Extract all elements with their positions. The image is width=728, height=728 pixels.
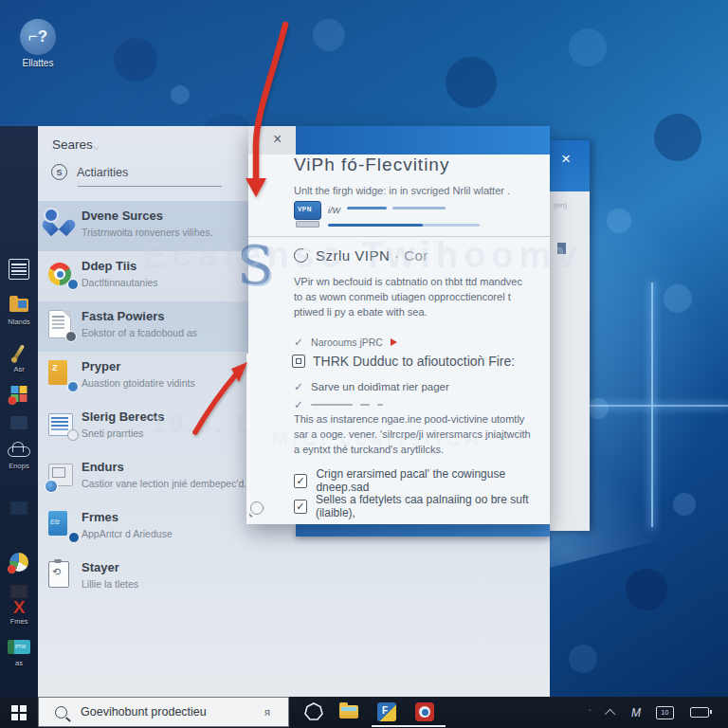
strip-label-enops: Enops xyxy=(0,462,38,470)
battery-icon[interactable] xyxy=(690,707,709,718)
strip-label-asr: Asr xyxy=(0,365,38,373)
cloud-icon[interactable] xyxy=(8,446,30,457)
badge-icon xyxy=(65,331,77,342)
activities-badge-icon: S xyxy=(51,164,67,180)
dialog-title: ViPh fó-Flecvitiny xyxy=(294,155,449,175)
activities-row[interactable]: S Actiarities xyxy=(51,164,128,180)
list-item-subtitle: Auastion gtoidatire vidints xyxy=(82,377,195,389)
vpn-dash xyxy=(347,207,387,209)
media-card-icon[interactable] xyxy=(8,640,30,654)
grid-icon[interactable] xyxy=(9,259,29,280)
blue-file-icon xyxy=(48,511,77,541)
checkbox-checked-icon[interactable]: ✓ xyxy=(294,500,307,514)
person-icon xyxy=(557,243,566,254)
bokeh-particle xyxy=(446,57,497,108)
close-icon[interactable]: × xyxy=(273,131,282,148)
window-icon xyxy=(48,461,77,491)
checkbox-row[interactable]: ✓ Selles a fdetylets caa palnaiing oo br… xyxy=(294,493,550,519)
tray-tick-icon[interactable]: ` xyxy=(589,708,592,718)
list-item[interactable]: Stayer Lillie la tletes xyxy=(38,553,550,603)
heart-icon xyxy=(48,209,77,240)
browser-circle-icon[interactable] xyxy=(9,553,28,572)
faint-dash xyxy=(311,404,353,406)
red-arrow-icon[interactable] xyxy=(391,338,397,346)
desktop-shortcut-ellattes[interactable]: ⌐? Ellattes xyxy=(9,19,66,68)
check-icon: ✓ xyxy=(294,398,303,411)
vpn-monitor-base-icon xyxy=(296,221,319,228)
vpn-monitor-icon: VPN xyxy=(294,201,321,220)
left-icon-strip: Nlands Asr Enops X Fmes as xyxy=(0,126,38,697)
browser-app-icon[interactable] xyxy=(415,702,436,723)
bokeh-particle xyxy=(626,569,667,610)
check-label: Sarve un doidìmat rier pager xyxy=(311,381,449,392)
background-window-bottom-bar xyxy=(296,524,550,537)
checkbox-label: Selles a fdetylets caa palnaiing oo bre … xyxy=(316,493,550,519)
start-button[interactable] xyxy=(0,697,38,728)
badge-icon xyxy=(67,381,79,392)
notification-badge xyxy=(8,565,16,573)
bokeh-particle xyxy=(171,85,190,104)
check-row-faint: ✓ xyxy=(294,398,383,411)
faint-app-icon[interactable] xyxy=(10,585,27,598)
faint-app-icon[interactable] xyxy=(10,501,27,515)
orange-file-icon xyxy=(48,360,77,391)
search-icon xyxy=(55,706,67,719)
notification-badge xyxy=(9,396,17,405)
list-item-title: Fasta Powiers xyxy=(82,309,164,323)
decorative-s-ornament: S xyxy=(237,234,273,296)
faint-dash xyxy=(360,404,370,406)
checkbox-checked-icon[interactable]: ✓ xyxy=(294,474,307,488)
section-header: Szrlu VIPN · Cor xyxy=(294,247,428,264)
document-icon xyxy=(48,310,77,340)
activities-label: Actiarities xyxy=(77,166,128,179)
list-item-title: Endurs xyxy=(82,460,124,474)
list-item-title: Ddep Tiis xyxy=(82,259,136,273)
list-item-title: Stayer xyxy=(82,560,119,574)
badge-icon xyxy=(67,429,79,441)
strip-label-as: as xyxy=(0,659,38,667)
chrome-icon xyxy=(48,260,77,290)
dialog-subhead: THRK Dudduc to afioutoctioǹ Fire: xyxy=(292,354,515,369)
dialog-subtitle: Unlt the firgh widge: in in svcriged Nrl… xyxy=(294,185,510,196)
windows-logo-icon xyxy=(11,705,27,720)
dialog-edge-highlight xyxy=(246,354,249,524)
vpn-dialog: × ViPh fó-Flecvitiny Unlt the firgh widg… xyxy=(248,126,550,524)
chevron-down-icon[interactable] xyxy=(93,143,100,150)
list-item-subtitle: Sneti prarrties xyxy=(82,428,143,439)
close-icon[interactable]: × xyxy=(561,150,571,169)
faint-app-icon[interactable] xyxy=(10,416,27,429)
taskbar: я ` M 10 xyxy=(0,697,728,728)
vpn-dash xyxy=(392,207,446,209)
vpn-progress-bar xyxy=(328,224,480,227)
desktop-shortcut-label: Ellattes xyxy=(9,58,66,68)
strip-label-fmes: Fmes xyxy=(0,617,38,626)
chevron-up-icon[interactable] xyxy=(605,708,615,719)
bokeh-particle xyxy=(569,28,607,66)
bokeh-particle xyxy=(313,19,345,51)
badge-icon xyxy=(68,532,80,543)
checkbox-row[interactable]: ✓ Crign erarsimed pacal' the cowinguse d… xyxy=(294,467,550,494)
app-icon-blue-yellow[interactable] xyxy=(377,702,398,723)
cortana-ring-icon[interactable] xyxy=(303,701,324,722)
list-item-title: Dvene Surces xyxy=(82,209,163,223)
folder-icon[interactable] xyxy=(9,299,28,312)
keyboard-indicator-icon[interactable]: 10 xyxy=(656,706,674,719)
divider xyxy=(78,186,222,187)
taskbar-search[interactable]: я xyxy=(38,697,289,727)
section-suffix: · Cor xyxy=(394,247,428,264)
file-explorer-icon[interactable] xyxy=(339,701,360,722)
search-icon[interactable] xyxy=(250,501,264,515)
shield-badge-icon xyxy=(67,279,79,290)
brush-icon[interactable] xyxy=(17,344,21,360)
list-lines-icon xyxy=(48,410,77,441)
vpn-label: i/W xyxy=(328,206,340,215)
red-x-icon[interactable]: X xyxy=(13,598,26,616)
network-icon[interactable]: M xyxy=(631,706,640,719)
book-icon: ⌐? xyxy=(20,19,56,55)
search-input[interactable] xyxy=(79,704,263,719)
pen-icon: я xyxy=(264,706,270,718)
dialog-paragraph: This as instarence ngae.ine pood-victivi… xyxy=(294,412,537,458)
windows-squares-icon[interactable] xyxy=(11,386,27,402)
list-item-title: Frmes xyxy=(82,510,118,524)
list-item-subtitle: Eokstor of a fcadoboud as xyxy=(82,327,197,338)
